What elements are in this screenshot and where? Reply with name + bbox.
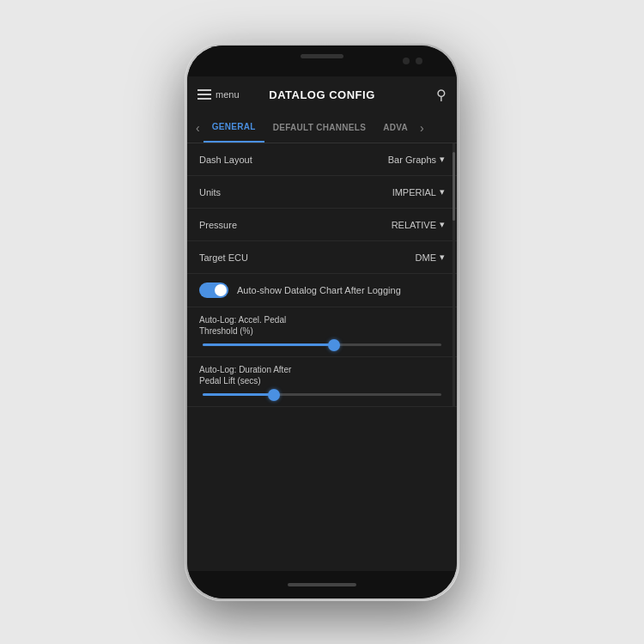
duration-after-track[interactable] bbox=[203, 393, 441, 396]
phone-device: menu DATALOG CONFIG ⚲ ‹ GENERAL DEFAULT … bbox=[185, 43, 459, 601]
units-dropdown-icon: ▾ bbox=[440, 186, 445, 197]
target-ecu-dropdown-icon: ▾ bbox=[440, 252, 445, 263]
pressure-value[interactable]: RELATIVE ▾ bbox=[392, 219, 445, 230]
tab-default-channels[interactable]: DEFAULT CHANNELS bbox=[264, 112, 375, 143]
target-ecu-text: DME bbox=[416, 252, 436, 263]
tab-arrow-left[interactable]: ‹ bbox=[192, 121, 204, 135]
pressure-label: Pressure bbox=[199, 220, 237, 230]
phone-bottom-bar bbox=[187, 571, 457, 598]
toggle-auto-show[interactable]: Auto-show Datalog Chart After Logging bbox=[187, 274, 457, 307]
home-indicator bbox=[288, 583, 356, 586]
setting-units: Units IMPERIAL ▾ bbox=[187, 176, 457, 209]
dash-layout-label: Dash Layout bbox=[199, 155, 252, 165]
units-value[interactable]: IMPERIAL ▾ bbox=[392, 186, 445, 197]
app-header: menu DATALOG CONFIG ⚲ bbox=[187, 76, 457, 112]
slider-duration-after: Auto-Log: Duration AfterPedal Lift (secs… bbox=[187, 357, 457, 407]
tab-advanced[interactable]: ADVA bbox=[374, 112, 416, 143]
duration-after-thumb[interactable] bbox=[268, 389, 280, 401]
tab-bar: ‹ GENERAL DEFAULT CHANNELS ADVA › bbox=[187, 112, 457, 143]
tab-general[interactable]: GENERAL bbox=[204, 112, 264, 143]
menu-button[interactable] bbox=[197, 89, 211, 100]
units-text: IMPERIAL bbox=[392, 187, 436, 197]
accel-pedal-thumb[interactable] bbox=[328, 339, 340, 351]
tab-arrow-right[interactable]: › bbox=[416, 121, 428, 135]
menu-label: menu bbox=[216, 89, 240, 100]
toggle-label: Auto-show Datalog Chart After Logging bbox=[237, 285, 401, 295]
duration-after-fill bbox=[203, 393, 274, 396]
setting-dash-layout: Dash Layout Bar Graphs ▾ bbox=[187, 143, 457, 176]
accel-pedal-label: Auto-Log: Accel. PedalThreshold (%) bbox=[199, 314, 445, 337]
pressure-text: RELATIVE bbox=[392, 220, 436, 230]
duration-after-label: Auto-Log: Duration AfterPedal Lift (secs… bbox=[199, 364, 445, 386]
dash-layout-dropdown-icon: ▾ bbox=[440, 154, 445, 165]
scrollbar bbox=[453, 143, 455, 407]
camera-dot2 bbox=[416, 58, 422, 64]
dash-layout-text: Bar Graphs bbox=[388, 155, 436, 165]
target-ecu-value[interactable]: DME ▾ bbox=[416, 252, 445, 263]
target-ecu-label: Target ECU bbox=[199, 252, 248, 263]
camera-dot bbox=[403, 58, 410, 64]
accel-pedal-fill bbox=[203, 343, 334, 346]
phone-top-bar bbox=[187, 46, 457, 76]
accel-pedal-track[interactable] bbox=[203, 343, 441, 346]
dash-layout-value[interactable]: Bar Graphs ▾ bbox=[388, 154, 445, 165]
search-icon[interactable]: ⚲ bbox=[436, 87, 447, 103]
slider-accel-pedal: Auto-Log: Accel. PedalThreshold (%) bbox=[187, 307, 457, 357]
settings-list: Dash Layout Bar Graphs ▾ Units IMPERIAL … bbox=[187, 143, 457, 407]
setting-pressure: Pressure RELATIVE ▾ bbox=[187, 209, 457, 241]
setting-target-ecu: Target ECU DME ▾ bbox=[187, 241, 457, 274]
scrollbar-thumb[interactable] bbox=[453, 152, 455, 221]
units-label: Units bbox=[199, 187, 221, 197]
pressure-dropdown-icon: ▾ bbox=[440, 219, 445, 230]
toggle-switch[interactable] bbox=[199, 283, 228, 298]
phone-screen: menu DATALOG CONFIG ⚲ ‹ GENERAL DEFAULT … bbox=[187, 46, 457, 598]
page-title: DATALOG CONFIG bbox=[269, 88, 375, 101]
settings-panel: Dash Layout Bar Graphs ▾ Units IMPERIAL … bbox=[187, 143, 457, 407]
speaker bbox=[301, 54, 343, 58]
screen-content: menu DATALOG CONFIG ⚲ ‹ GENERAL DEFAULT … bbox=[187, 76, 457, 571]
